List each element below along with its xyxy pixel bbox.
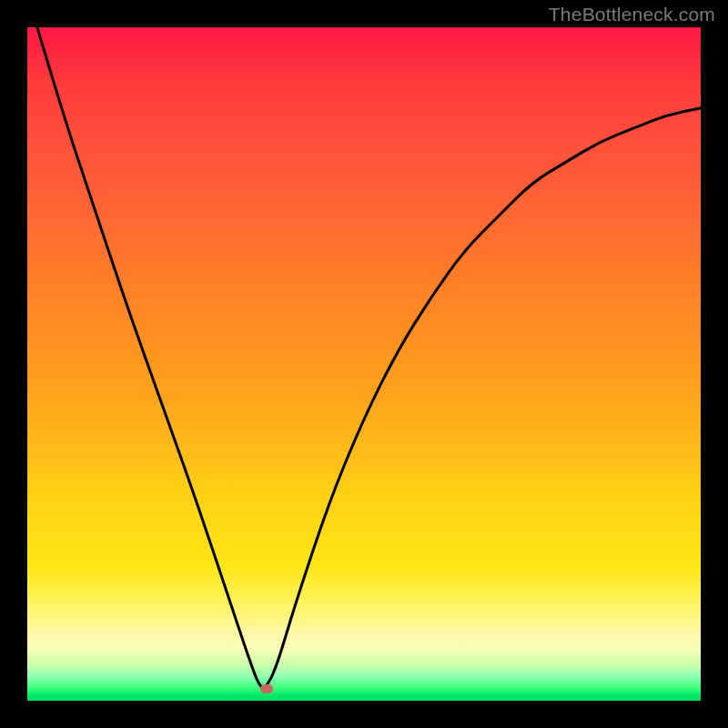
attribution-text: TheBottleneck.com (549, 4, 715, 25)
bottleneck-curve (27, 27, 701, 701)
chart-frame: TheBottleneck.com (0, 0, 728, 728)
curve-path (27, 0, 701, 687)
optimal-marker (260, 684, 273, 693)
plot-area (27, 27, 701, 701)
